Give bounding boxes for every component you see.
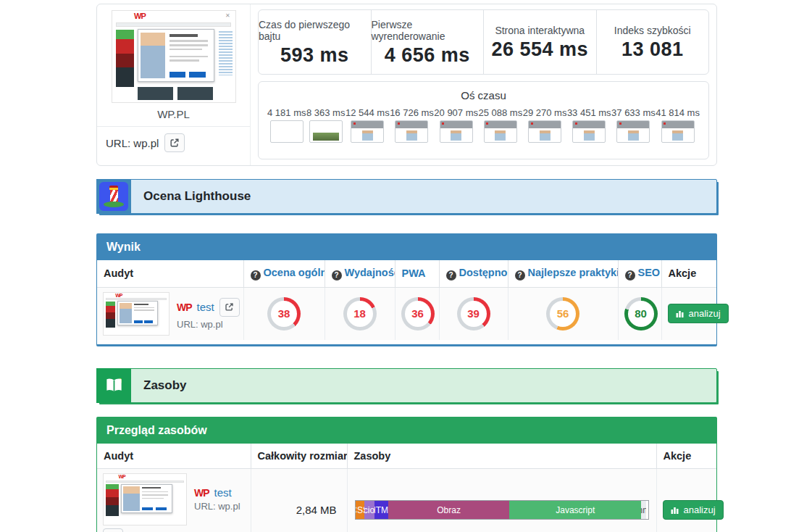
section-title-lighthouse: Ocena Lighthouse xyxy=(131,189,251,204)
timeline-thumbnail xyxy=(572,120,606,143)
bar-segment-javascript: Javascript xyxy=(509,501,641,519)
timeline-frame: 29 270 ms xyxy=(523,107,567,143)
question-circle-icon[interactable]: ? xyxy=(446,270,456,280)
score-value: 18 xyxy=(347,301,373,327)
segment-label: Obraz xyxy=(437,505,461,515)
audit-url: URL: wp.pl xyxy=(194,501,240,512)
score-cell-ocena-ogolna: 38 xyxy=(243,287,325,340)
timeline-thumbnail xyxy=(528,120,561,143)
wp-logo: WP xyxy=(177,302,192,313)
timeline-thumbnail xyxy=(661,120,695,143)
question-circle-icon[interactable]: ? xyxy=(515,270,525,280)
metric-interactive: Strona interaktywna 26 554 ms xyxy=(484,10,597,74)
question-circle-icon[interactable]: ? xyxy=(625,270,635,280)
panel-title-przeglad-zasobow: Przegląd zasobów xyxy=(97,417,716,444)
timeline-frame: 16 726 ms xyxy=(390,107,434,143)
table-row: WP WP xyxy=(97,468,716,532)
score-value: 56 xyxy=(550,301,576,327)
audit-name-link[interactable]: test xyxy=(214,486,232,499)
score-value: 38 xyxy=(271,301,297,327)
lighthouse-score-panel: Wynik Audyt ?Ocena ogólna ?Wydajność PWA… xyxy=(96,233,717,346)
timeline-thumbnail xyxy=(616,120,650,143)
bar-segment-html: HTML xyxy=(374,501,388,519)
wp-logo: WP xyxy=(134,12,146,20)
score-gauge: 39 xyxy=(457,297,490,331)
score-cell-pwa: 36 xyxy=(395,287,439,340)
timeline-frame: 33 451 ms xyxy=(567,107,611,143)
segment-label: Czcionki xyxy=(364,505,375,515)
segment-label: Inne xyxy=(641,505,646,515)
score-gauge: 38 xyxy=(267,297,301,331)
total-size-value: 2,84 MB xyxy=(296,504,337,516)
timeline-frame: 12 544 ms xyxy=(346,107,390,143)
audit-name-link[interactable]: test xyxy=(197,301,214,313)
site-thumbnail: WP xyxy=(103,292,169,336)
actions-cell: analizuj xyxy=(656,468,716,532)
timeline-thumbnail xyxy=(484,120,517,143)
timeline-frame: 25 088 ms xyxy=(479,107,523,143)
segment-label: Javascript xyxy=(556,505,595,515)
open-in-new-icon[interactable] xyxy=(103,528,123,532)
timeline-panel: Oś czasu 4 181 ms 8 363 ms 12 544 ms 16 … xyxy=(258,81,709,159)
resources-panel: Przegląd zasobów Audyt Całkowity rozmiar… xyxy=(96,417,717,532)
resources-breakdown-cell: CSS Czcionki HTML Obraz Javascript Inne xyxy=(347,468,656,532)
resources-table: Audyt Całkowity rozmiar Zasoby Akcje WP xyxy=(97,444,716,532)
section-banner-zasoby[interactable]: Zasoby xyxy=(96,368,717,403)
score-gauge: 18 xyxy=(343,297,377,331)
lighthouse-icon xyxy=(96,179,131,214)
col-header-seo[interactable]: ?SEO xyxy=(618,260,661,287)
score-cell-dostepnosc: 39 xyxy=(439,287,508,340)
col-header-ocena-ogolna[interactable]: ?Ocena ogólna xyxy=(243,260,325,287)
score-cell-seo: 80 xyxy=(618,287,661,340)
col-header-audyt: Audyt xyxy=(97,444,251,469)
metric-speed-index: Indeks szybkości 13 081 xyxy=(597,10,709,74)
timeline-frame: 41 814 ms xyxy=(656,107,700,143)
audit-url: URL: wp.pl xyxy=(177,319,240,330)
section-banner-lighthouse[interactable]: Ocena Lighthouse xyxy=(96,179,717,214)
score-cell-wydajnosc: 18 xyxy=(325,287,395,340)
metrics-panel: Czas do pierwszego bajtu 593 ms Pierwsze… xyxy=(258,9,709,75)
open-in-new-icon[interactable] xyxy=(219,298,240,317)
metric-ttfb: Czas do pierwszego bajtu 593 ms xyxy=(259,10,372,74)
segment-label: CSS xyxy=(356,505,364,515)
metric-first-paint: Pierwsze wyrenderowanie 4 656 ms xyxy=(372,10,485,74)
popup-close-glyph: ✕ xyxy=(225,13,230,19)
bar-segment-inne: Inne xyxy=(641,501,646,519)
bar-chart-icon xyxy=(671,506,679,515)
score-gauge: 80 xyxy=(624,297,658,331)
site-url-label: URL: wp.pl xyxy=(106,137,159,149)
resource-stacked-bar: CSS Czcionki HTML Obraz Javascript Inne xyxy=(355,500,649,520)
actions-cell: analizuj xyxy=(661,287,716,340)
table-row: WP WP test xyxy=(97,287,716,340)
col-header-najlepsze-praktyki[interactable]: ?Najlepsze praktyki xyxy=(508,260,618,287)
bar-chart-icon xyxy=(676,309,685,318)
col-header-akcje: Akcje xyxy=(661,260,716,287)
bar-segment-czcionki: Czcionki xyxy=(364,501,375,519)
open-in-new-icon[interactable] xyxy=(164,133,185,152)
timeline-thumbnail xyxy=(395,120,428,143)
question-circle-icon[interactable]: ? xyxy=(332,270,342,280)
timeline-title: Oś czasu xyxy=(266,89,701,101)
col-header-calkowity-rozmiar: Całkowity rozmiar xyxy=(251,444,347,469)
wp-logo: WP xyxy=(194,487,209,499)
timeline-thumbnail xyxy=(440,120,473,143)
site-thumbnail: WP ✕ xyxy=(112,10,236,103)
score-gauge: 36 xyxy=(401,297,435,331)
site-panel: WP ✕ WP.PL xyxy=(97,4,251,165)
col-header-wydajnosc[interactable]: ?Wydajność xyxy=(325,260,395,287)
col-header-pwa[interactable]: PWA xyxy=(395,260,439,287)
site-thumbnail: WP xyxy=(103,473,187,525)
bar-segment-css: CSS xyxy=(356,501,364,519)
score-value: 80 xyxy=(628,301,654,327)
analyze-button[interactable]: analizuj xyxy=(663,500,724,520)
section-title-zasoby: Zasoby xyxy=(131,378,187,393)
col-header-dostepnosc[interactable]: ?Dostępność xyxy=(439,260,508,287)
timeline-frame: 8 363 ms xyxy=(306,107,345,143)
question-circle-icon[interactable]: ? xyxy=(251,270,261,280)
analyze-button[interactable]: analizuj xyxy=(668,304,729,323)
col-header-akcje: Akcje xyxy=(656,444,716,469)
segment-label: HTML xyxy=(374,505,388,515)
score-value: 36 xyxy=(405,301,431,327)
score-value: 39 xyxy=(461,301,487,327)
site-title: WP.PL xyxy=(97,108,250,120)
